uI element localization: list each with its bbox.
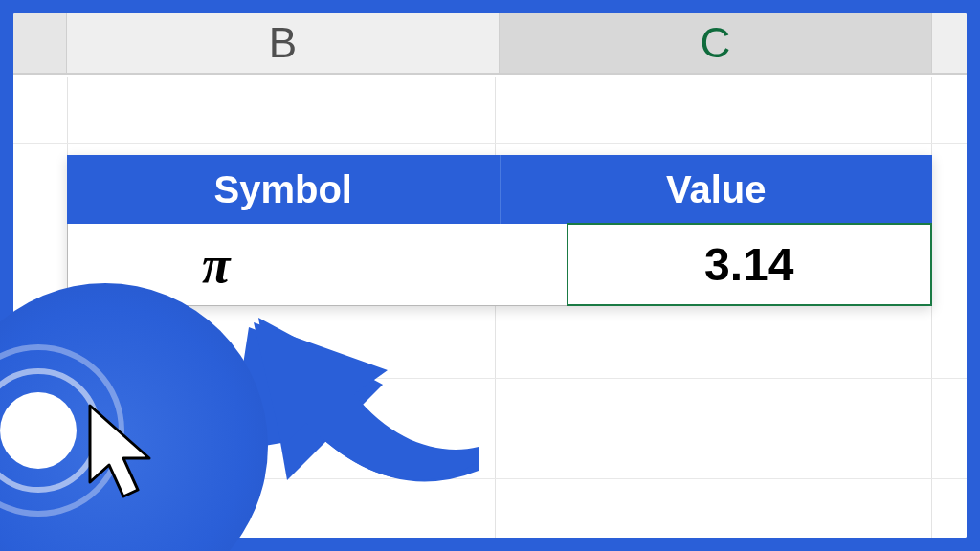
column-header-stub [13,13,67,73]
gridline [931,77,932,538]
table-header-row: Symbol Value [67,155,932,224]
cell-value[interactable]: 3.14 [568,224,932,305]
column-header-edge [932,13,967,73]
header-cell-symbol[interactable]: Symbol [67,155,501,224]
column-header-b[interactable]: B [67,13,500,73]
column-header-c[interactable]: C [500,13,932,73]
column-header-row: B C [13,13,967,75]
gridline [495,77,496,538]
badge-ring [0,392,77,469]
data-table: Symbol Value π 3.14 [67,155,932,306]
table-value-row: π 3.14 [67,224,932,306]
gridline [13,143,967,144]
header-cell-value[interactable]: Value [501,155,933,224]
cursor-click-icon [80,396,167,511]
